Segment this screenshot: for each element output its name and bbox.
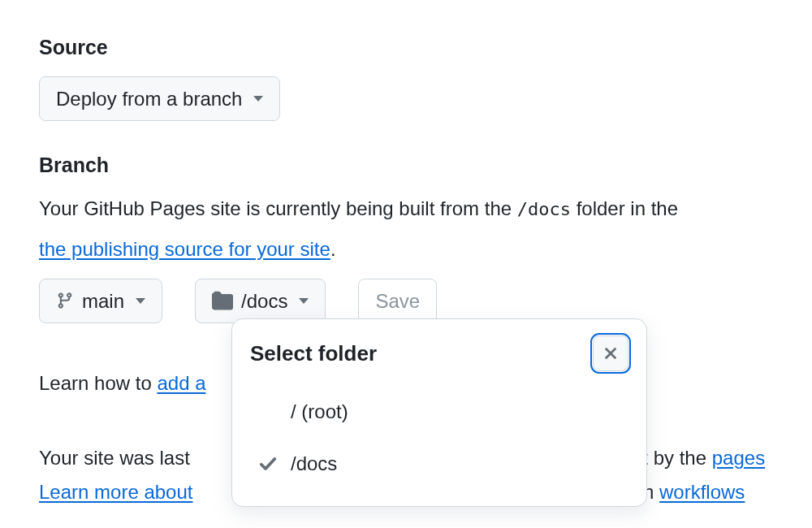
source-heading: Source [39, 32, 773, 63]
popover-header: Select folder [250, 335, 628, 371]
popover-title: Select folder [250, 338, 377, 370]
git-branch-icon [56, 292, 74, 309]
check-slot [257, 454, 279, 474]
caret-down-icon [299, 298, 309, 304]
close-button[interactable] [593, 335, 628, 371]
branch-controls: main /docs Save [39, 279, 773, 324]
publishing-source-link[interactable]: the publishing source for your site [39, 238, 330, 260]
folder-icon [212, 291, 233, 310]
pages-link[interactable]: pages [712, 447, 765, 469]
branch-description: Your GitHub Pages site is currently bein… [39, 194, 773, 223]
caret-down-icon [136, 298, 145, 304]
deploy-source-dropdown[interactable]: Deploy from a branch [39, 76, 280, 122]
branch-description-line2: the publishing source for your site. [39, 235, 773, 264]
workflows-link[interactable]: workflows [659, 481, 745, 503]
folder-option-docs[interactable]: /docs [250, 438, 628, 490]
folder-option-label: /docs [291, 449, 337, 478]
jekyll-link[interactable]: add a [157, 372, 205, 394]
deploy-source-label: Deploy from a branch [56, 85, 242, 113]
source-section: Source Deploy from a branch [39, 32, 773, 121]
folder-option-label: / (root) [291, 397, 348, 426]
branch-name-label: main [82, 288, 124, 315]
folder-code: /docs [517, 199, 571, 219]
select-folder-popover: Select folder / (root) /docs [231, 318, 647, 507]
folder-name-label: /docs [241, 288, 287, 315]
learn-more-link[interactable]: Learn more about [39, 481, 192, 503]
check-icon [258, 454, 278, 474]
save-label: Save [375, 288, 420, 315]
folder-option-root[interactable]: / (root) [250, 386, 628, 438]
branch-heading: Branch [39, 150, 773, 181]
branch-dropdown[interactable]: main [39, 279, 162, 324]
folder-dropdown[interactable]: /docs [195, 279, 326, 324]
close-icon [603, 345, 619, 361]
save-button[interactable]: Save [358, 279, 437, 324]
caret-down-icon [253, 96, 263, 102]
